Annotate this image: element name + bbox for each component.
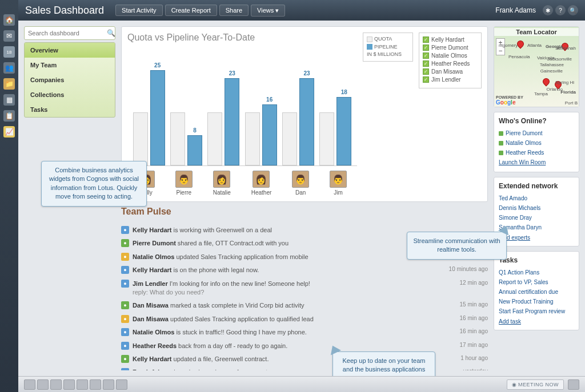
chart-panel: Quota vs Pipeline Year-To-Date 258231623… — [121, 26, 488, 202]
bb-check-icon[interactable] — [90, 379, 101, 390]
chart-avatars: 👩Kelly👨Pierre👩Natalie👩Heather👨Dan👨Jim — [127, 171, 357, 196]
whos-online-panel: Who's Online? Pierre DumontNatalie Olmos… — [494, 112, 579, 172]
nav-overview[interactable]: Overview — [25, 43, 115, 58]
settings-icon[interactable]: ✱ — [543, 5, 553, 15]
launch-win-room[interactable]: Launch Win Room — [499, 157, 574, 167]
filter-checkbox[interactable]: ✓Heather Reeds — [423, 60, 478, 67]
online-person[interactable]: Natalie Olmos — [499, 138, 574, 148]
pulse-title: Team Pulse — [121, 207, 488, 219]
bb-phone-icon[interactable] — [63, 379, 75, 390]
share-button[interactable]: Share — [219, 5, 249, 16]
app-icon-rail: 🏠 ✉ 18 👥 📁 ▦ 📋 📈 — [0, 0, 18, 392]
search-dashboard[interactable]: 🔍 — [24, 26, 115, 40]
top-bar: Sales Dashboard Start Activity Create Re… — [18, 0, 585, 21]
online-title: Who's Online? — [499, 117, 574, 125]
contacts-icon[interactable]: 👥 — [3, 62, 15, 74]
chart-legend: QUOTA PIPELINE IN $ MILLIONS — [363, 33, 413, 62]
filter-checkbox[interactable]: ✓Jim Lendler — [423, 76, 478, 83]
bb-person-icon[interactable] — [24, 379, 35, 390]
avatar-dan[interactable]: 👨Dan — [292, 171, 309, 196]
tasks-panel: Tasks Q1 Action PlansReport to VP, Sales… — [494, 251, 579, 330]
bottom-bar: ◉ MEETING NOW — [18, 376, 585, 392]
filter-checkbox[interactable]: ✓Kelly Hardart — [423, 37, 478, 43]
bb-keyboard-icon[interactable] — [50, 379, 62, 390]
pulse-item[interactable]: ●Dan Misawa marked a task complete in Vi… — [121, 299, 488, 312]
meeting-now-button[interactable]: ◉ MEETING NOW — [507, 379, 564, 390]
chart-filters: ✓Kelly Hardart✓Pierre Dumont✓Natalie Olm… — [419, 33, 482, 88]
team-locator-panel: +− Atlanta Georgia Savannah Jacksonville… — [494, 26, 579, 107]
current-user: Frank Adams — [495, 6, 536, 14]
legend-unit: IN $ MILLIONS — [367, 51, 409, 59]
callout-analytics: Combine business analytics widgets from … — [41, 161, 147, 207]
callout-communication: Streamline communication with realtime t… — [407, 232, 507, 260]
avatar-heather[interactable]: 👩Heather — [251, 171, 272, 196]
grid-icon[interactable]: ▦ — [3, 94, 15, 106]
search-icon: 🔍 — [107, 29, 115, 37]
bb-star-icon[interactable] — [37, 379, 49, 390]
map-pin-icon[interactable] — [542, 77, 551, 87]
task-item[interactable]: Start Fast Program review — [499, 306, 574, 316]
avatar-natalie[interactable]: 👩Natalie — [213, 171, 231, 196]
callout-team: Keep up to date on your team and the bus… — [332, 351, 435, 376]
chart-title: Quota vs Pipeline Year-To-Date — [127, 33, 357, 43]
nav-my-team[interactable]: My Team — [25, 58, 115, 72]
create-report-button[interactable]: Create Report — [165, 5, 217, 16]
legend-quota: QUOTA — [374, 36, 392, 42]
map[interactable]: +− Atlanta Georgia Savannah Jacksonville… — [494, 27, 579, 107]
nav-collections[interactable]: Collections — [25, 87, 115, 102]
pulse-item[interactable]: ●Dan Misawa updated Sales Tracking appli… — [121, 313, 488, 326]
filter-checkbox[interactable]: ✓Dan Misawa — [423, 68, 478, 75]
add-task[interactable]: Add task — [499, 318, 521, 325]
pulse-item[interactable]: ●Kelly Hardart is on the phone with lega… — [121, 264, 488, 277]
online-person[interactable]: Heather Reeds — [499, 148, 574, 157]
calendar-icon[interactable]: 18 — [3, 46, 15, 58]
chart-canvas: 25823162318 — [127, 46, 357, 166]
views-button[interactable]: Views ▾ — [251, 5, 285, 17]
bb-sync-icon[interactable] — [116, 379, 127, 390]
analytics-icon[interactable]: 📈 — [3, 126, 15, 138]
page-title: Sales Dashboard — [25, 5, 104, 17]
bb-chat-icon[interactable] — [568, 379, 579, 390]
filter-checkbox[interactable]: ✓Pierre Dumont — [423, 45, 478, 51]
files-icon[interactable]: 📁 — [3, 78, 15, 90]
pulse-item[interactable]: ●Jim Lendler I'm looking for info on the… — [121, 277, 488, 300]
search-input[interactable] — [28, 30, 107, 37]
filter-checkbox[interactable]: ✓Natalie Olmos — [423, 52, 478, 59]
bb-screen-icon[interactable] — [103, 379, 114, 390]
google-logo: POWERED BYGoogle — [496, 95, 523, 106]
side-nav: Overview My Team Companies Collections T… — [24, 42, 115, 118]
avatar-pierre[interactable]: 👨Pierre — [175, 171, 193, 196]
mail-icon[interactable]: ✉ — [3, 30, 15, 42]
task-item[interactable]: Q1 Action Plans — [499, 268, 574, 277]
bb-note-icon[interactable] — [77, 379, 88, 390]
nav-companies[interactable]: Companies — [25, 72, 115, 87]
extended-person[interactable]: Ted Amado — [499, 193, 574, 203]
search-top-icon[interactable]: 🔍 — [568, 5, 578, 15]
legend-pipeline: PIPELINE — [374, 44, 398, 50]
pulse-item[interactable]: ●Heather Reeds back from a day off - rea… — [121, 340, 488, 353]
pulse-item[interactable]: ●Natalie Olmos is stuck in traffic!! Goo… — [121, 326, 488, 339]
online-person[interactable]: Pierre Dumont — [499, 128, 574, 138]
help-icon[interactable]: ? — [555, 5, 566, 15]
extended-title: Extended network — [499, 182, 574, 190]
extended-person[interactable]: Dennis Michaels — [499, 203, 574, 213]
home-icon[interactable]: 🏠 — [3, 14, 15, 26]
start-activity-button[interactable]: Start Activity — [115, 5, 163, 16]
task-item[interactable]: Report to VP, Sales — [499, 277, 574, 287]
nav-tasks[interactable]: Tasks — [25, 102, 115, 117]
tasks-icon[interactable]: 📋 — [3, 110, 15, 122]
tasks-title: Tasks — [499, 256, 574, 264]
task-item[interactable]: New Product Training — [499, 297, 574, 306]
task-item[interactable]: Annual certification due — [499, 287, 574, 297]
extended-person[interactable]: Simone Dray — [499, 213, 574, 223]
avatar-jim[interactable]: 👨Jim — [330, 171, 347, 196]
